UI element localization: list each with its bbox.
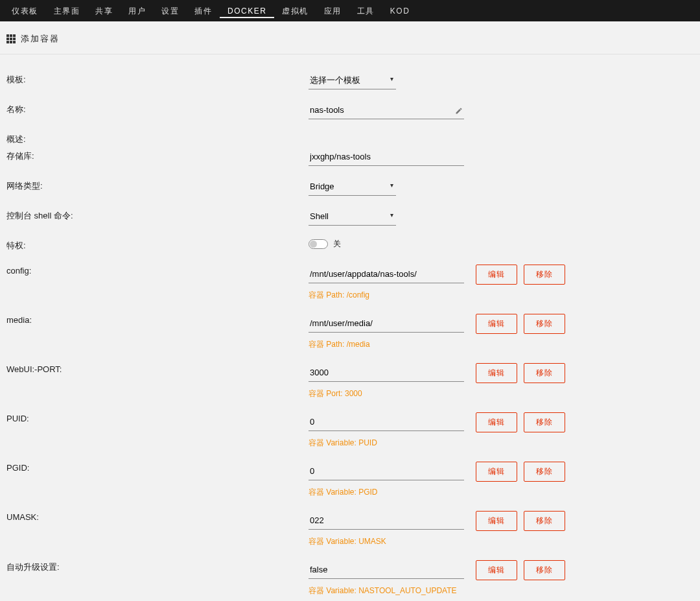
- nav-users[interactable]: 用户: [121, 3, 154, 19]
- label-repository: 存储库:: [6, 149, 309, 162]
- label-webui: WebUI:-PORT:: [6, 363, 309, 374]
- label-network: 网络类型:: [6, 179, 309, 192]
- nav-plugins[interactable]: 插件: [187, 3, 220, 19]
- auto-upgrade-input[interactable]: [309, 562, 464, 579]
- label-template: 模板:: [6, 73, 309, 86]
- label-console: 控制台 shell 命令:: [6, 209, 309, 222]
- puid-edit-button[interactable]: 编辑: [476, 412, 517, 432]
- media-remove-button[interactable]: 移除: [524, 314, 565, 334]
- network-select[interactable]: Bridge: [309, 179, 396, 196]
- label-pgid: PGID:: [6, 462, 309, 473]
- nav-docker[interactable]: DOCKER: [220, 3, 274, 18]
- puid-remove-button[interactable]: 移除: [524, 412, 565, 432]
- config-remove-button[interactable]: 移除: [524, 265, 565, 285]
- puid-subtext: 容器 Variable: PUID: [309, 438, 694, 449]
- label-privileged: 特权:: [6, 239, 309, 252]
- pgid-input[interactable]: [309, 464, 464, 480]
- webui-subtext: 容器 Port: 3000: [309, 388, 694, 399]
- label-config: config:: [6, 265, 309, 276]
- template-select[interactable]: 选择一个模板: [309, 73, 396, 89]
- label-name: 名称:: [6, 102, 309, 115]
- pencil-icon: [455, 107, 463, 115]
- webui-input[interactable]: [309, 365, 464, 382]
- nav-dashboard[interactable]: 仪表板: [4, 3, 46, 19]
- nav-tools[interactable]: 工具: [349, 3, 382, 19]
- umask-remove-button[interactable]: 移除: [524, 511, 565, 531]
- webui-remove-button[interactable]: 移除: [524, 363, 565, 383]
- page-title: 添加容器: [21, 33, 60, 45]
- umask-input[interactable]: [309, 513, 464, 530]
- pgid-subtext: 容器 Variable: PGID: [309, 487, 694, 498]
- privileged-state: 关: [333, 239, 341, 250]
- pgid-edit-button[interactable]: 编辑: [476, 462, 517, 482]
- nav-settings[interactable]: 设置: [154, 3, 187, 19]
- webui-edit-button[interactable]: 编辑: [476, 363, 517, 383]
- auto-edit-button[interactable]: 编辑: [476, 560, 517, 580]
- media-edit-button[interactable]: 编辑: [476, 314, 517, 334]
- name-input[interactable]: [309, 102, 455, 119]
- label-puid: PUID:: [6, 412, 309, 423]
- pgid-remove-button[interactable]: 移除: [524, 462, 565, 482]
- umask-subtext: 容器 Variable: UMASK: [309, 536, 694, 547]
- page-header: 添加容器: [0, 21, 700, 54]
- label-auto-upgrade: 自动升级设置:: [6, 560, 309, 573]
- console-select[interactable]: Shell: [309, 209, 396, 226]
- label-media: media:: [6, 314, 309, 325]
- nav-kod[interactable]: KOD: [382, 3, 418, 18]
- media-input[interactable]: [309, 316, 464, 333]
- top-nav: 仪表板 主界面 共享 用户 设置 插件 DOCKER 虚拟机 应用 工具 KOD: [0, 0, 700, 21]
- media-subtext: 容器 Path: /media: [309, 339, 694, 350]
- repository-input[interactable]: [309, 149, 464, 166]
- nav-apps[interactable]: 应用: [316, 3, 349, 19]
- config-subtext: 容器 Path: /config: [309, 290, 694, 301]
- nav-main[interactable]: 主界面: [46, 3, 88, 19]
- grid-icon: [6, 34, 16, 43]
- puid-input[interactable]: [309, 414, 464, 431]
- config-input[interactable]: [309, 266, 464, 283]
- auto-remove-button[interactable]: 移除: [524, 560, 565, 580]
- nav-vms[interactable]: 虚拟机: [274, 3, 316, 19]
- nav-shares[interactable]: 共享: [88, 3, 121, 19]
- auto-subtext: 容器 Variable: NASTOOL_AUTO_UPDATE: [309, 585, 694, 596]
- label-overview: 概述:: [6, 132, 309, 145]
- umask-edit-button[interactable]: 编辑: [476, 511, 517, 531]
- config-edit-button[interactable]: 编辑: [476, 265, 517, 285]
- label-umask: UMASK:: [6, 511, 309, 522]
- privileged-toggle[interactable]: [309, 239, 328, 249]
